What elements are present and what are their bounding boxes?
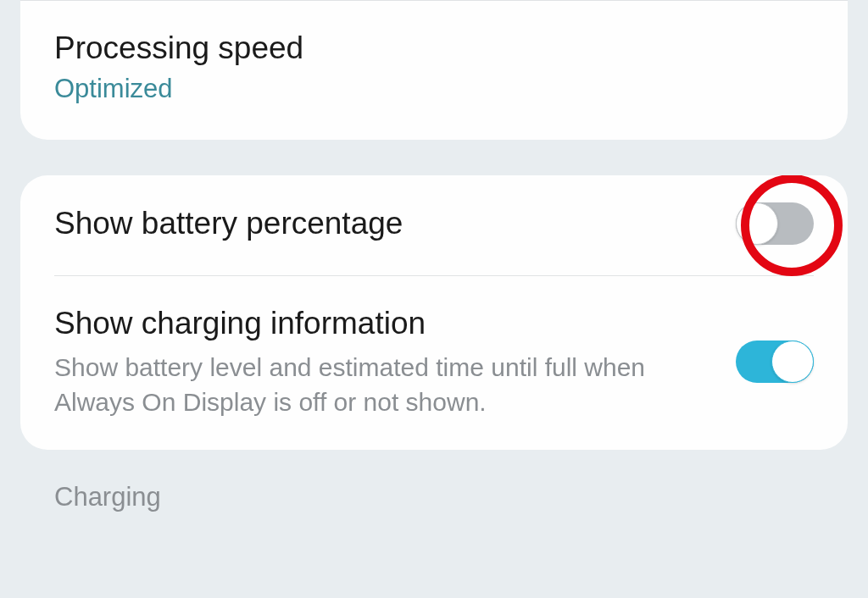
- battery-percentage-toggle[interactable]: [736, 202, 814, 245]
- charging-info-description: Show battery level and estimated time un…: [54, 351, 719, 419]
- processing-speed-title: Processing speed: [54, 28, 797, 69]
- processing-speed-row[interactable]: Processing speed Optimized: [20, 0, 848, 104]
- charging-info-row[interactable]: Show charging information Show battery l…: [20, 276, 848, 450]
- settings-card-top: Processing speed Optimized: [20, 0, 848, 140]
- charging-info-title: Show charging information: [54, 303, 719, 344]
- toggle-knob: [736, 202, 778, 245]
- battery-percentage-row[interactable]: Show battery percentage: [20, 175, 848, 275]
- charging-info-toggle[interactable]: [736, 341, 814, 383]
- settings-card-middle: Show battery percentage Show charging in…: [20, 175, 848, 450]
- processing-speed-value: Optimized: [54, 74, 797, 104]
- charging-info-content: Show charging information Show battery l…: [54, 303, 736, 419]
- toggle-knob: [771, 341, 814, 383]
- battery-percentage-content: Show battery percentage: [54, 203, 736, 244]
- processing-speed-content: Processing speed Optimized: [54, 28, 814, 104]
- charging-section-header: Charging: [0, 450, 868, 512]
- battery-percentage-title: Show battery percentage: [54, 203, 719, 244]
